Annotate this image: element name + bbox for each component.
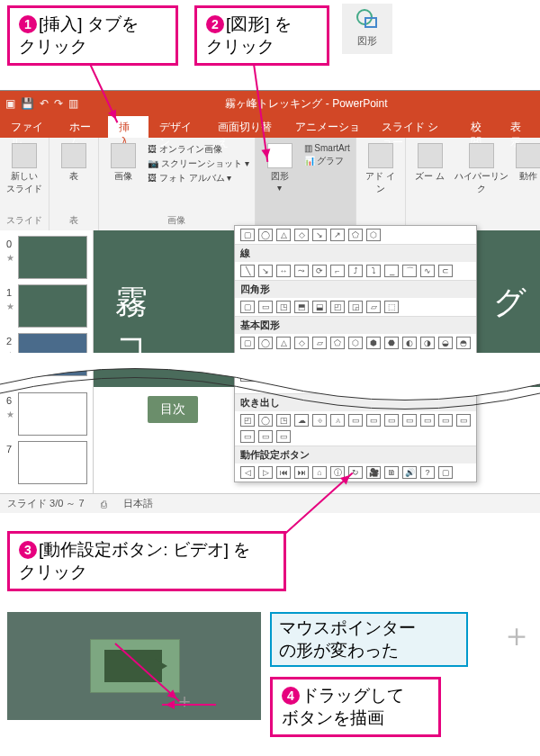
thumbnail-1[interactable]: 1: [18, 284, 87, 328]
online-image-button[interactable]: 🖼 オンライン画像: [148, 143, 249, 156]
action-help-icon[interactable]: ?: [420, 466, 435, 479]
document-title: 霧ヶ峰トレッキング - PowerPoint: [78, 96, 535, 112]
action-forward-icon[interactable]: ▷: [258, 466, 273, 479]
callout-blue: マウスポインター の形が変わった: [270, 612, 468, 667]
redo-icon[interactable]: ↷: [54, 97, 63, 110]
chart-button[interactable]: 📊 グラフ: [304, 155, 350, 167]
group-label-slide: スライド: [5, 214, 43, 227]
hyperlink-label: ハイパーリンク: [454, 171, 508, 194]
gallery-cat-rects: 四角形: [235, 280, 476, 298]
callout-2-number: 2: [206, 15, 224, 33]
table-label: 表: [69, 171, 78, 181]
group-label-image: 画像: [104, 214, 249, 227]
action-buttons-row: ◁ ▷ ⏮ ⏭ ⌂ ⓘ ↻ 🎥 🗎 🔊 ? ▢: [235, 464, 476, 482]
action-button[interactable]: 動作: [514, 141, 540, 183]
action-back-icon[interactable]: ◁: [240, 466, 255, 479]
ribbon-group-addin: アド イン: [356, 138, 406, 230]
ribbon-tabs: ファイル ホーム 挿入 デザイン 画面切り替え アニメーション スライド ショー…: [0, 116, 540, 138]
tab-file[interactable]: ファイル: [0, 116, 58, 138]
new-slide-label: 新しい スライド: [6, 171, 42, 194]
quick-access-toolbar: ▣ 💾 ↶ ↷ ▥: [5, 97, 78, 110]
gallery-cat-lines: 線: [235, 244, 476, 262]
tab-view[interactable]: 表示: [500, 116, 540, 138]
crosshair-large-icon: ＋: [500, 614, 533, 658]
shape-icon[interactable]: ▢: [240, 229, 255, 241]
hyperlink-button[interactable]: ハイパーリンク: [454, 141, 508, 195]
shapes-label: 図形: [271, 171, 289, 181]
callout-2-text-b: クリック: [206, 37, 274, 56]
action-begin-icon[interactable]: ⏮: [276, 466, 291, 479]
shapes-icon: [355, 7, 380, 32]
action-sound-icon[interactable]: 🔊: [402, 466, 417, 479]
addin-label: アド イン: [365, 171, 395, 194]
thumbnail-0[interactable]: 0: [18, 236, 87, 279]
action-document-icon[interactable]: 🗎: [384, 466, 399, 479]
callout-1-text-a: [挿入] タブを: [39, 14, 139, 33]
recent-shapes-row: ▢◯△◇↘↗⬠⬡: [235, 226, 476, 244]
undo-icon[interactable]: ↶: [40, 97, 49, 110]
action-video-icon[interactable]: 🎥: [366, 466, 381, 479]
callout-2: 2[図形] を クリック: [194, 5, 329, 66]
callout-1-text-b: クリック: [19, 37, 87, 56]
callout-4-text-a: ドラッグして: [302, 686, 404, 705]
status-slide-count: スライド 3/0 ～ 7: [7, 497, 85, 510]
ribbon-group-image: 画像 🖼 オンライン画像 📷 スクリーンショット ▾ 🖼 フォト アルバム ▾ …: [99, 138, 256, 230]
action-end-icon[interactable]: ⏭: [294, 466, 309, 479]
action-home-icon[interactable]: ⌂: [312, 466, 327, 479]
callout-4-text-b: ボタンを描画: [282, 708, 384, 727]
smartart-button[interactable]: ▥ SmartArt: [304, 143, 350, 153]
app-icon: ▣: [5, 97, 15, 110]
callout-1-number: 1: [19, 15, 37, 33]
tab-home[interactable]: ホーム: [58, 116, 108, 138]
ribbon-group-table: 表 表: [50, 138, 99, 230]
zoom-label: ズー ム: [415, 171, 445, 181]
callout-4-number: 4: [282, 687, 300, 705]
callout-3-number: 3: [19, 541, 37, 559]
tab-design[interactable]: デザイン: [148, 116, 207, 138]
callout-4: 4ドラッグして ボタンを描画: [270, 677, 441, 737]
callout-blue-line1: マウスポインター: [279, 618, 416, 637]
photo-album-button[interactable]: 🖼 フォト アルバム ▾: [148, 172, 249, 184]
new-slide-button[interactable]: 新しい スライド: [5, 141, 43, 195]
tab-animations[interactable]: アニメーション: [284, 116, 371, 138]
thumbnail-7[interactable]: 7: [18, 441, 87, 484]
title-bar: ▣ 💾 ↶ ↷ ▥ 霧ヶ峰トレッキング - PowerPoint: [0, 91, 540, 116]
drag-illustration: ＋: [7, 612, 261, 720]
callout-2-text-a: [図形] を: [226, 14, 292, 33]
status-language: 日本語: [123, 497, 153, 510]
group-label-table: 表: [55, 214, 93, 227]
gallery-cat-action: 動作設定ボタン: [235, 446, 476, 464]
callout-1: 1[挿入] タブを クリック: [7, 5, 178, 66]
callout-3: 3[動作設定ボタン: ビデオ] を クリック: [7, 531, 286, 591]
image-button[interactable]: 画像: [104, 141, 142, 183]
start-slideshow-icon[interactable]: ▥: [68, 97, 78, 110]
status-notes-icon[interactable]: ⎙: [101, 499, 107, 509]
image-label: 画像: [114, 171, 132, 181]
ribbon-group-links: ズー ム ハイパーリンク 動作: [406, 138, 540, 230]
shapes-button-sample: 図形: [342, 4, 392, 54]
save-icon[interactable]: 💾: [21, 97, 34, 110]
callout-3-text-b: クリック: [19, 562, 87, 581]
ribbon-group-slide: 新しい スライド スライド: [0, 138, 50, 230]
tab-slideshow[interactable]: スライド ショー: [371, 116, 460, 138]
addin-button[interactable]: アド イン: [362, 141, 400, 195]
shapes-button-label: 図形: [357, 35, 377, 46]
status-bar: スライド 3/0 ～ 7 ⎙ 日本語: [0, 493, 540, 513]
gallery-cat-basic: 基本図形: [235, 316, 476, 334]
callout-blue-line2: の形が変わった: [279, 641, 399, 660]
screenshot-button[interactable]: 📷 スクリーンショット ▾: [148, 158, 249, 170]
action-label: 動作: [519, 171, 537, 181]
pointer-4: [162, 704, 216, 706]
callout-3-text-a: [動作設定ボタン: ビデオ] を: [39, 540, 250, 559]
table-button[interactable]: 表: [55, 141, 93, 183]
curve-mask: [0, 353, 540, 416]
zoom-button[interactable]: ズー ム: [411, 141, 449, 183]
tab-transitions[interactable]: 画面切り替え: [207, 116, 284, 138]
action-blank-icon[interactable]: ▢: [438, 466, 453, 479]
tab-review[interactable]: 校閲: [460, 116, 500, 138]
